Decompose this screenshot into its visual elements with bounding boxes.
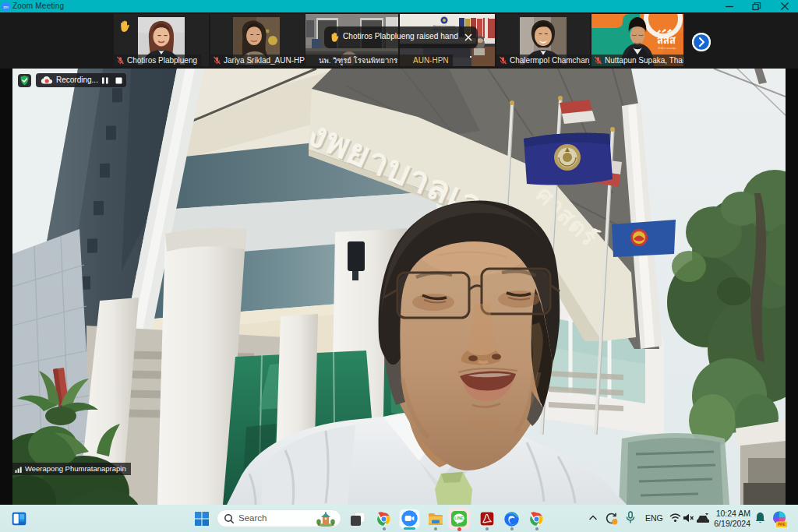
svg-text:PRE: PRE <box>778 523 785 527</box>
svg-text:zm: zm <box>3 5 9 9</box>
svg-text:สสส: สสส <box>657 34 676 46</box>
svg-text:LINE: LINE <box>454 516 464 520</box>
